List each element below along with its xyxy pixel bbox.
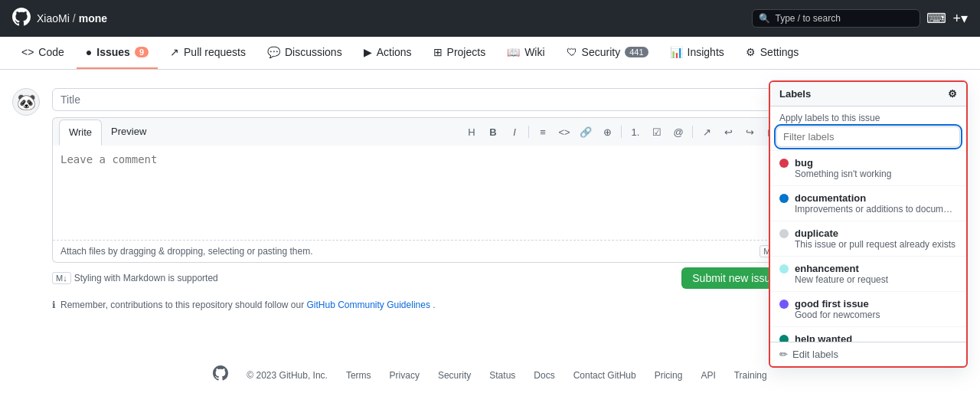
breadcrumb-sep: / [73, 12, 76, 25]
label-name-help-wanted: help wanted [795, 333, 957, 342]
footer-terms[interactable]: Terms [346, 370, 371, 381]
toolbar-separator-1 [528, 126, 529, 138]
search-placeholder: Type / to search [775, 13, 840, 24]
labels-apply-text: Apply labels to this issue [770, 106, 966, 126]
nav-item-issues[interactable]: ● Issues 9 [77, 37, 158, 69]
nav-label-security: Security [582, 46, 621, 58]
nav-item-projects[interactable]: ⊞ Projects [424, 37, 495, 69]
issue-title-input[interactable] [52, 88, 787, 111]
tab-preview[interactable]: Preview [102, 120, 155, 145]
undo-icon[interactable]: ↩ [719, 123, 737, 141]
plus-button[interactable]: +▾ [952, 10, 968, 27]
label-info-help-wanted: help wanted Extra attention is needed [795, 333, 957, 342]
nav-label-code: Code [38, 46, 64, 58]
nav-item-actions[interactable]: ▶ Actions [354, 37, 421, 69]
labels-list: bug Something isn't working documentatio… [770, 150, 966, 342]
italic-icon[interactable]: I [505, 123, 524, 141]
insights-icon: 📊 [670, 46, 683, 58]
label-name-documentation: documentation [795, 192, 957, 204]
label-name-enhancement: enhancement [795, 263, 957, 274]
wiki-icon: 📖 [507, 46, 520, 58]
attach-text: Attach files by dragging & dropping, sel… [60, 246, 313, 257]
nav-item-settings[interactable]: ⚙ Settings [737, 37, 808, 69]
nav-label-projects: Projects [447, 46, 486, 58]
label-item-enhancement[interactable]: enhancement New feature or request [770, 256, 966, 291]
org-link[interactable]: XiaoMi [37, 12, 70, 25]
footer-security[interactable]: Security [438, 370, 471, 381]
link2-icon[interactable]: ⊕ [598, 123, 616, 141]
cross-ref-icon[interactable]: ↗ [697, 123, 716, 141]
filter-labels-input[interactable] [776, 126, 960, 147]
label-item-documentation[interactable]: documentation Improvements or additions … [770, 185, 966, 221]
label-desc-bug: Something isn't working [795, 169, 957, 179]
list-icon[interactable]: ≡ [534, 123, 552, 141]
repo-breadcrumb: XiaoMi / mone [37, 12, 107, 25]
link-icon[interactable]: 🔗 [577, 123, 595, 141]
search-box[interactable]: 🔍 Type / to search [752, 9, 920, 28]
issues-icon: ● [86, 46, 92, 58]
nav-item-security[interactable]: 🛡 Security 441 [557, 37, 658, 69]
edit-labels-button[interactable]: ✏ Edit labels [770, 342, 966, 366]
editor-tab-bar: Write Preview H B I ≡ <> 🔗 ⊕ 1. ☑ @ ↗ ↩ … [52, 117, 787, 146]
mention-icon[interactable]: @ [669, 123, 688, 141]
repo-nav: <> Code ● Issues 9 ↗ Pull requests 💬 Dis… [0, 37, 980, 70]
label-dot-enhancement [779, 264, 789, 274]
heading-icon[interactable]: H [462, 123, 481, 141]
footer-status[interactable]: Status [489, 370, 515, 381]
task-list-icon[interactable]: ☑ [648, 123, 666, 141]
label-dot-documentation [779, 194, 789, 203]
label-desc-documentation: Improvements or additions to documentati… [795, 204, 957, 215]
markdown-hint-text: Styling with Markdown is supported [74, 273, 218, 283]
repo-link[interactable]: mone [79, 12, 107, 25]
contrib-text: Remember, contributions to this reposito… [60, 300, 436, 310]
label-dot-good-first-issue [779, 300, 789, 309]
redo-icon[interactable]: ↪ [740, 123, 759, 141]
label-info-bug: bug Something isn't working [795, 157, 957, 179]
label-dot-bug [779, 159, 789, 168]
footer-api[interactable]: API [701, 370, 715, 381]
attach-bar: Attach files by dragging & dropping, sel… [53, 240, 786, 262]
label-item-duplicate[interactable]: duplicate This issue or pull request alr… [770, 221, 966, 256]
labels-dropdown-header: Labels ⚙ [770, 82, 966, 106]
labels-dropdown-gear-icon[interactable]: ⚙ [948, 88, 957, 100]
github-logo [12, 8, 31, 30]
user-avatar: 🐼 [12, 88, 40, 116]
label-item-help-wanted[interactable]: help wanted Extra attention is needed [770, 326, 966, 342]
nav-item-pull-requests[interactable]: ↗ Pull requests [161, 37, 255, 69]
search-icon: 🔍 [759, 13, 770, 24]
nav-item-insights[interactable]: 📊 Insights [661, 37, 733, 69]
community-guidelines-link[interactable]: GitHub Community Guidelines [307, 300, 430, 310]
label-item-bug[interactable]: bug Something isn't working [770, 150, 966, 185]
tab-write[interactable]: Write [59, 120, 102, 146]
pr-icon: ↗ [170, 46, 179, 58]
nav-label-insights: Insights [688, 46, 724, 58]
labels-dropdown: Labels ⚙ Apply labels to this issue bug … [769, 80, 968, 368]
ordered-list-icon[interactable]: 1. [626, 123, 645, 141]
nav-label-settings: Settings [760, 46, 799, 58]
terminal-button[interactable]: ⌨ [926, 10, 946, 27]
footer-training[interactable]: Training [734, 370, 767, 381]
footer-contact[interactable]: Contact GitHub [573, 370, 636, 381]
bold-icon[interactable]: B [484, 123, 502, 141]
nav-item-wiki[interactable]: 📖 Wiki [498, 37, 554, 69]
nav-item-code[interactable]: <> Code [12, 37, 74, 69]
label-item-good-first-issue[interactable]: good first issue Good for newcomers [770, 291, 966, 326]
footer-logo [213, 365, 228, 385]
comment-textarea[interactable] [53, 146, 786, 237]
footer-docs[interactable]: Docs [534, 370, 554, 381]
label-info-good-first-issue: good first issue Good for newcomers [795, 298, 957, 320]
toolbar-separator-2 [621, 126, 622, 138]
code-icon: <> [21, 46, 34, 58]
footer-privacy[interactable]: Privacy [390, 370, 420, 381]
label-desc-enhancement: New feature or request [795, 274, 957, 285]
issues-badge: 9 [135, 47, 149, 57]
nav-item-discussions[interactable]: 💬 Discussions [258, 37, 351, 69]
footer-pricing[interactable]: Pricing [655, 370, 683, 381]
nav-label-issues: Issues [96, 46, 130, 58]
security-icon: 🛡 [567, 46, 577, 58]
info-icon: ℹ [52, 300, 56, 310]
editor-tabs: Write Preview [59, 120, 155, 145]
code-icon-tb[interactable]: <> [555, 123, 573, 141]
editor-panel: Write Preview H B I ≡ <> 🔗 ⊕ 1. ☑ @ ↗ ↩ … [52, 88, 787, 310]
nav-label-wiki: Wiki [524, 46, 544, 58]
